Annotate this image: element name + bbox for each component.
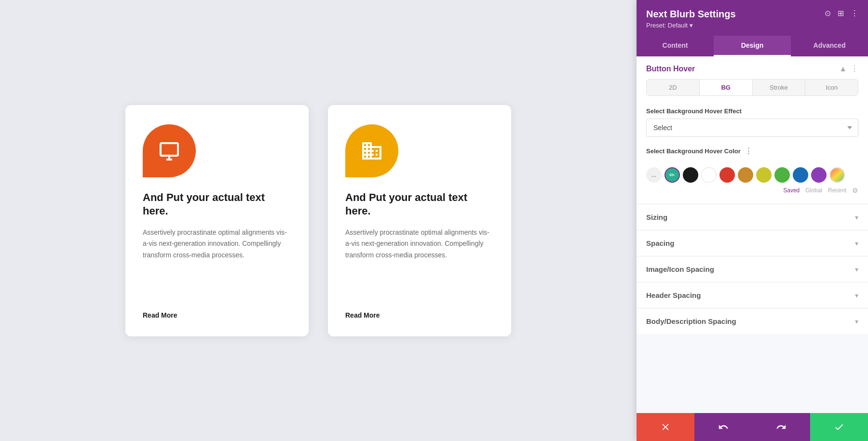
image-icon-spacing-chevron-icon: ▾ xyxy=(855,266,858,273)
target-icon[interactable]: ⊙ xyxy=(825,9,831,18)
subtab-icon[interactable]: Icon xyxy=(805,80,858,95)
color-swatch-yellow[interactable] xyxy=(756,167,772,183)
color-swatch-red[interactable] xyxy=(719,167,735,183)
save-button[interactable] xyxy=(810,413,868,441)
image-icon-spacing-section: Image/Icon Spacing ▾ xyxy=(637,256,868,282)
blurb-body-2: Assertively procrastinate optimal alignm… xyxy=(345,227,494,301)
save-icon xyxy=(834,422,844,432)
bg-hover-color-label: Select Background Hover Color ⋮ xyxy=(646,147,858,156)
cancel-icon xyxy=(660,422,671,432)
color-swatch-orange[interactable] xyxy=(738,167,753,183)
blurb-readmore-2[interactable]: Read More xyxy=(345,311,494,319)
color-settings-icon[interactable]: ⚙ xyxy=(852,187,858,194)
cancel-button[interactable] xyxy=(637,413,694,441)
color-swatch-blue[interactable] xyxy=(793,167,808,183)
blurb-body-1: Assertively procrastinate optimal alignm… xyxy=(143,227,291,301)
color-palette-row: … xyxy=(637,165,868,186)
button-hover-title: Button Hover xyxy=(646,65,695,73)
spacing-section-row[interactable]: Spacing ▾ xyxy=(637,230,868,256)
header-spacing-label: Header Spacing xyxy=(646,291,701,299)
blurb-card-2: And Put your actual text here. Assertive… xyxy=(328,105,511,336)
header-spacing-section: Header Spacing ▾ xyxy=(637,282,868,308)
color-more-btn[interactable]: … xyxy=(646,167,662,183)
bg-hover-color-field: Select Background Hover Color ⋮ xyxy=(637,143,868,165)
tab-design[interactable]: Design xyxy=(714,36,791,56)
color-swatch-gradient[interactable] xyxy=(829,167,845,183)
button-hover-subtabs: 2D BG Stroke Icon xyxy=(646,79,858,96)
body-description-spacing-row[interactable]: Body/Description Spacing ▾ xyxy=(637,308,868,334)
sizing-chevron-icon: ▾ xyxy=(855,214,858,221)
blurb-readmore-1[interactable]: Read More xyxy=(143,311,291,319)
subtab-bg[interactable]: BG xyxy=(700,80,753,95)
tab-advanced[interactable]: Advanced xyxy=(791,36,868,56)
chevron-up-icon[interactable]: ▲ xyxy=(839,65,847,73)
header-spacing-row[interactable]: Header Spacing ▾ xyxy=(637,282,868,308)
body-description-spacing-section: Body/Description Spacing ▾ xyxy=(637,308,868,334)
button-hover-header: Button Hover ▲ ⋮ xyxy=(637,56,868,79)
bg-hover-effect-select[interactable]: Select Fade Slide Reveal Shutter xyxy=(646,119,858,137)
color-swatch-purple[interactable] xyxy=(811,167,827,183)
color-tab-recent[interactable]: Recent xyxy=(828,187,846,194)
spacing-chevron-icon: ▾ xyxy=(855,240,858,247)
image-icon-spacing-row[interactable]: Image/Icon Spacing ▾ xyxy=(637,256,868,282)
undo-icon xyxy=(718,422,729,432)
color-tab-global[interactable]: Global xyxy=(805,187,822,194)
redo-icon xyxy=(776,422,787,432)
panel-preset[interactable]: Preset: Default ▾ xyxy=(646,22,736,29)
panel-header-actions: ⊙ ⊞ ⋮ xyxy=(825,9,858,18)
spacing-section: Spacing ▾ xyxy=(637,230,868,256)
panel-title: Next Blurb Settings xyxy=(646,9,736,20)
undo-button[interactable] xyxy=(694,413,752,441)
panel-tabs: Content Design Advanced xyxy=(637,36,868,56)
sizing-section-row[interactable]: Sizing ▾ xyxy=(637,204,868,230)
columns-icon[interactable]: ⊞ xyxy=(838,9,844,18)
sizing-section: Sizing ▾ xyxy=(637,204,868,230)
tab-content[interactable]: Content xyxy=(637,36,714,56)
sizing-label: Sizing xyxy=(646,213,667,221)
spacing-label: Spacing xyxy=(646,239,674,247)
more-options-icon[interactable]: ⋮ xyxy=(851,9,858,18)
panel-body: Button Hover ▲ ⋮ 2D BG Stroke Icon Selec… xyxy=(637,56,868,413)
body-description-spacing-label: Body/Description Spacing xyxy=(646,317,736,325)
subtab-stroke[interactable]: Stroke xyxy=(753,80,806,95)
color-swatch-teal-pencil[interactable] xyxy=(665,167,680,183)
subtab-2d[interactable]: 2D xyxy=(647,80,700,95)
header-spacing-chevron-icon: ▾ xyxy=(855,292,858,299)
button-hover-menu-icon[interactable]: ⋮ xyxy=(851,64,858,73)
blurb-title-1: And Put your actual text here. xyxy=(143,191,291,218)
blurb-icon-wrap-1 xyxy=(143,124,196,177)
color-swatch-green[interactable] xyxy=(774,167,790,183)
redo-button[interactable] xyxy=(752,413,810,441)
settings-panel: Next Blurb Settings Preset: Default ▾ ⊙ … xyxy=(637,0,868,441)
bg-hover-effect-label: Select Background Hover Effect xyxy=(646,107,858,115)
color-swatch-black[interactable] xyxy=(683,167,698,183)
building-icon xyxy=(360,139,383,162)
color-tabs-row: Saved Global Recent ⚙ xyxy=(637,186,868,199)
image-icon-spacing-label: Image/Icon Spacing xyxy=(646,265,714,273)
button-hover-section: Button Hover ▲ ⋮ 2D BG Stroke Icon Selec… xyxy=(637,56,868,204)
button-hover-header-icons: ▲ ⋮ xyxy=(839,64,858,73)
color-label-menu-icon[interactable]: ⋮ xyxy=(745,147,752,156)
bg-hover-effect-field: Select Background Hover Effect Select Fa… xyxy=(637,104,868,143)
panel-header: Next Blurb Settings Preset: Default ▾ ⊙ … xyxy=(637,0,868,36)
monitor-icon xyxy=(158,139,181,162)
blurb-title-2: And Put your actual text here. xyxy=(345,191,494,218)
bottom-action-bar xyxy=(637,413,868,441)
color-tab-saved[interactable]: Saved xyxy=(783,187,800,194)
blurb-icon-wrap-2 xyxy=(345,124,398,177)
body-description-spacing-chevron-icon: ▾ xyxy=(855,318,858,325)
color-swatch-white[interactable] xyxy=(701,167,717,183)
canvas-area: And Put your actual text here. Assertive… xyxy=(0,0,637,441)
blurb-card-1: And Put your actual text here. Assertive… xyxy=(125,105,309,336)
